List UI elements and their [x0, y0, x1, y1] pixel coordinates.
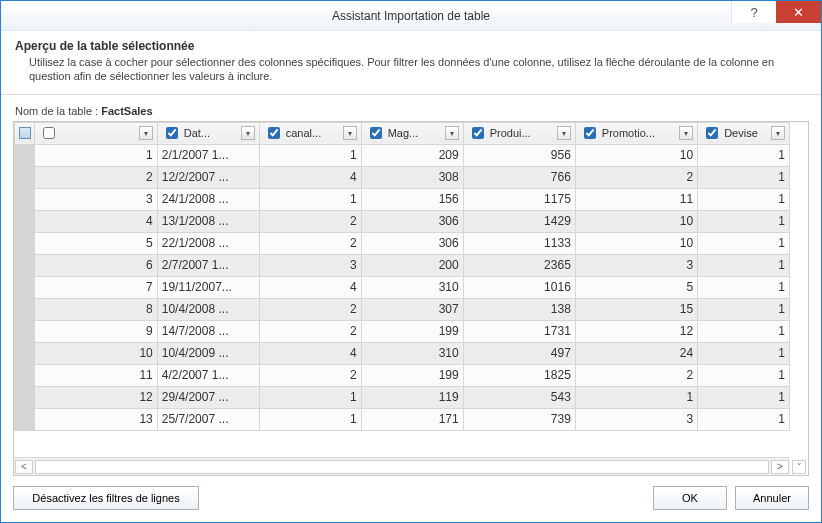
- cell-date: 2/1/2007 1...: [157, 144, 259, 166]
- cancel-button[interactable]: Annuler: [735, 486, 809, 510]
- close-button[interactable]: ✕: [776, 1, 821, 23]
- titlebar: Assistant Importation de table ? ✕: [1, 1, 821, 31]
- cell-devise: 1: [698, 210, 790, 232]
- table-row[interactable]: 914/7/2008 ...21991731121: [15, 320, 790, 342]
- col-dropdown-mag[interactable]: ▾: [445, 126, 459, 140]
- cell-mag: 199: [361, 320, 463, 342]
- horizontal-scrollbar[interactable]: < >: [14, 457, 790, 475]
- table-row[interactable]: 114/2/2007 1...2199182521: [15, 364, 790, 386]
- row-selector[interactable]: [15, 342, 35, 364]
- cell-devise: 1: [698, 386, 790, 408]
- table-name-label: Nom de la table :: [15, 105, 98, 117]
- col-checkbox-promotion[interactable]: [584, 127, 596, 139]
- col-dropdown-canal[interactable]: ▾: [343, 126, 357, 140]
- table-row[interactable]: 810/4/2008 ...2307138151: [15, 298, 790, 320]
- col-header-devise[interactable]: Devise ▾: [698, 122, 790, 144]
- cell-number: 1: [35, 144, 157, 166]
- cell-mag: 306: [361, 210, 463, 232]
- cell-date: 10/4/2008 ...: [157, 298, 259, 320]
- cell-produit: 1016: [463, 276, 575, 298]
- col-header-mag[interactable]: Mag... ▾: [361, 122, 463, 144]
- table-row[interactable]: 324/1/2008 ...11561175111: [15, 188, 790, 210]
- cell-canal: 1: [259, 386, 361, 408]
- cell-number: 2: [35, 166, 157, 188]
- col-dropdown-date[interactable]: ▾: [241, 126, 255, 140]
- table-row[interactable]: 212/2/2007 ...430876621: [15, 166, 790, 188]
- col-label-promotion: Promotio...: [602, 127, 676, 139]
- cell-devise: 1: [698, 166, 790, 188]
- cell-devise: 1: [698, 298, 790, 320]
- cell-mag: 200: [361, 254, 463, 276]
- cell-devise: 1: [698, 408, 790, 430]
- row-selector[interactable]: [15, 188, 35, 210]
- cell-promotion: 2: [575, 166, 697, 188]
- col-checkbox-canal[interactable]: [268, 127, 280, 139]
- cell-canal: 2: [259, 232, 361, 254]
- row-selector[interactable]: [15, 254, 35, 276]
- row-selector[interactable]: [15, 364, 35, 386]
- cell-promotion: 2: [575, 364, 697, 386]
- col-checkbox-mag[interactable]: [370, 127, 382, 139]
- col-dropdown-produit[interactable]: ▾: [557, 126, 571, 140]
- row-selector[interactable]: [15, 210, 35, 232]
- cell-promotion: 10: [575, 232, 697, 254]
- cell-number: 7: [35, 276, 157, 298]
- cell-mag: 310: [361, 276, 463, 298]
- col-header-canal[interactable]: canal... ▾: [259, 122, 361, 144]
- col-label-date: Dat...: [184, 127, 238, 139]
- table-row[interactable]: 62/7/2007 1...3200236531: [15, 254, 790, 276]
- row-selector[interactable]: [15, 166, 35, 188]
- col-dropdown-promotion[interactable]: ▾: [679, 126, 693, 140]
- cell-promotion: 11: [575, 188, 697, 210]
- row-selector[interactable]: [15, 320, 35, 342]
- cell-mag: 156: [361, 188, 463, 210]
- col-header-produit[interactable]: Produi... ▾: [463, 122, 575, 144]
- col-checkbox-date[interactable]: [166, 127, 178, 139]
- help-button[interactable]: ?: [731, 1, 776, 23]
- cell-promotion: 3: [575, 254, 697, 276]
- page-title: Aperçu de la table sélectionnée: [15, 39, 801, 53]
- table-row[interactable]: 522/1/2008 ...23061133101: [15, 232, 790, 254]
- col-checkbox-produit[interactable]: [472, 127, 484, 139]
- select-all-header[interactable]: [15, 122, 35, 144]
- col-header-date[interactable]: Dat... ▾: [157, 122, 259, 144]
- col-checkbox-devise[interactable]: [706, 127, 718, 139]
- cell-produit: 739: [463, 408, 575, 430]
- cell-date: 29/4/2007 ...: [157, 386, 259, 408]
- table-row[interactable]: 413/1/2008 ...23061429101: [15, 210, 790, 232]
- table-row[interactable]: 1325/7/2007 ...117173931: [15, 408, 790, 430]
- cell-date: 10/4/2009 ...: [157, 342, 259, 364]
- col-header-promotion[interactable]: Promotio... ▾: [575, 122, 697, 144]
- cell-mag: 199: [361, 364, 463, 386]
- row-selector[interactable]: [15, 386, 35, 408]
- cell-number: 10: [35, 342, 157, 364]
- table-row[interactable]: 719/11/2007...4310101651: [15, 276, 790, 298]
- cell-number: 12: [35, 386, 157, 408]
- scroll-track[interactable]: [35, 460, 769, 474]
- row-selector[interactable]: [15, 276, 35, 298]
- table-row[interactable]: 1010/4/2009 ...4310497241: [15, 342, 790, 364]
- col-dropdown-number[interactable]: ▾: [139, 126, 153, 140]
- scroll-left-button[interactable]: <: [15, 460, 33, 474]
- row-selector[interactable]: [15, 144, 35, 166]
- cell-devise: 1: [698, 144, 790, 166]
- col-dropdown-devise[interactable]: ▾: [771, 126, 785, 140]
- scroll-right-button[interactable]: >: [771, 460, 789, 474]
- table-row[interactable]: 12/1/2007 1...1209956101: [15, 144, 790, 166]
- cell-date: 4/2/2007 1...: [157, 364, 259, 386]
- cell-date: 24/1/2008 ...: [157, 188, 259, 210]
- table-row[interactable]: 1229/4/2007 ...111954311: [15, 386, 790, 408]
- ok-button[interactable]: OK: [653, 486, 727, 510]
- dialog-window: Assistant Importation de table ? ✕ Aperç…: [0, 0, 822, 523]
- cell-number: 5: [35, 232, 157, 254]
- col-header-number[interactable]: ▾: [35, 122, 157, 144]
- cell-mag: 209: [361, 144, 463, 166]
- row-selector[interactable]: [15, 298, 35, 320]
- row-selector[interactable]: [15, 232, 35, 254]
- scroll-down-button[interactable]: ˅: [792, 460, 806, 474]
- col-checkbox-number[interactable]: [43, 127, 55, 139]
- cell-date: 22/1/2008 ...: [157, 232, 259, 254]
- cell-devise: 1: [698, 276, 790, 298]
- clear-row-filters-button[interactable]: Désactivez les filtres de lignes: [13, 486, 199, 510]
- row-selector[interactable]: [15, 408, 35, 430]
